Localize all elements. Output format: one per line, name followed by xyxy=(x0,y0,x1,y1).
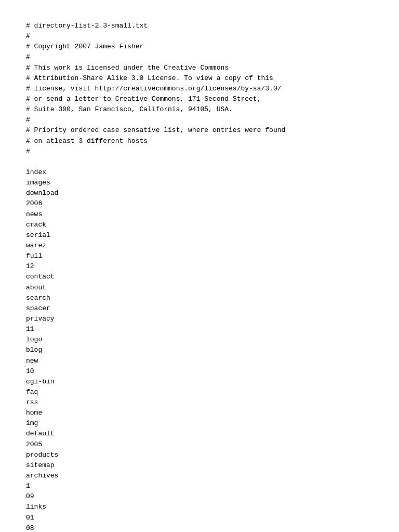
file-content: # directory-list-2.3-small.txt # # Copyr… xyxy=(26,21,373,532)
